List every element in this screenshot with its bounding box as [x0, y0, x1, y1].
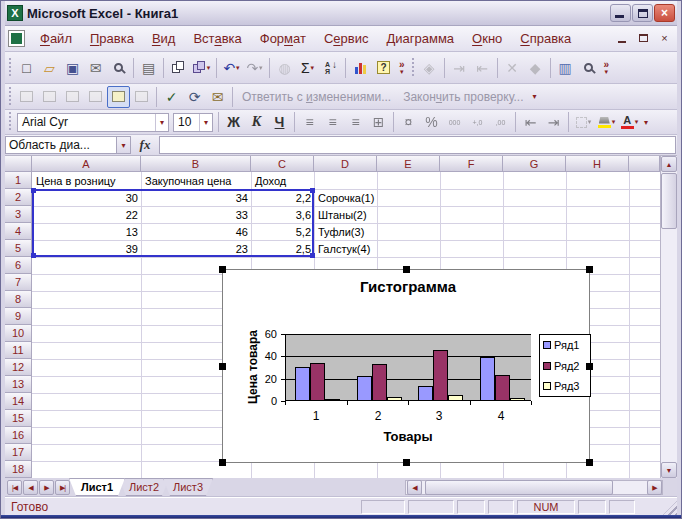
save-icon[interactable]: ▣	[61, 57, 84, 79]
watch-window-icon[interactable]: ▥	[554, 57, 577, 79]
column-header-C[interactable]: C	[251, 156, 314, 172]
align-right-button[interactable]: ≡	[344, 111, 367, 133]
scroll-up-icon[interactable]: ▲	[661, 156, 677, 172]
underline-button[interactable]: Ч	[268, 111, 291, 133]
zoom-icon[interactable]	[577, 57, 600, 79]
chart-title[interactable]: Гистограмма	[285, 278, 531, 295]
chart-resize-handle[interactable]	[586, 266, 593, 273]
bar-Ряд3-cat3[interactable]	[448, 395, 463, 401]
trace-precedents-icon[interactable]: ⇥	[448, 57, 471, 79]
bar-Ряд3-cat2[interactable]	[387, 397, 402, 401]
bar-Ряд2-cat1[interactable]	[310, 363, 325, 401]
menu-format[interactable]: Формат	[251, 28, 315, 49]
sheet-tab-Лист3[interactable]: Лист3	[163, 478, 213, 496]
chart-wizard-icon[interactable]	[349, 57, 372, 79]
undo-icon-dropdown[interactable]: ▾	[236, 64, 240, 72]
thousands-separator-button[interactable]: 000	[443, 111, 466, 133]
help-icon[interactable]: ?	[372, 57, 395, 79]
autosum-icon[interactable]: Σ▾	[296, 57, 319, 79]
cell-C2[interactable]: 2,2	[252, 190, 314, 206]
row-header-2[interactable]: 2	[5, 189, 32, 206]
cell-C4[interactable]: 5,2	[252, 224, 314, 240]
toolbar-options-chevron[interactable]: »▾	[399, 61, 405, 75]
bar-Ряд1-cat3[interactable]	[418, 386, 433, 401]
row-header-17[interactable]: 17	[5, 444, 32, 461]
evaluate-formula-icon[interactable]: ◆	[524, 57, 547, 79]
bar-Ряд2-cat4[interactable]	[495, 375, 510, 401]
bar-Ряд3-cat1[interactable]	[325, 399, 340, 401]
column-header-H[interactable]: H	[566, 156, 629, 172]
toolbar-grip[interactable]	[8, 112, 12, 132]
toolbar-grip[interactable]	[411, 58, 415, 78]
row-header-14[interactable]: 14	[5, 393, 32, 410]
chart-resize-handle[interactable]	[219, 363, 226, 370]
align-left-button[interactable]: ≡	[298, 111, 321, 133]
cell-D5[interactable]: Галстук(4)	[315, 241, 377, 257]
cell-D3[interactable]: Штаны(2)	[315, 207, 377, 223]
menu-view[interactable]: Вид	[143, 28, 185, 49]
bar-Ряд1-cat4[interactable]	[480, 357, 495, 401]
worksheet-grid[interactable]: ГистограммаЦена товара02040601234ТоварыР…	[5, 156, 677, 478]
scroll-down-icon[interactable]: ▼	[661, 462, 677, 478]
cell-A2[interactable]: 30	[33, 190, 141, 206]
font-name-combo-dropdown-icon[interactable]: ▾	[155, 114, 168, 131]
name-box-dropdown-icon[interactable]: ▾	[117, 136, 131, 154]
toolbar-grip[interactable]	[8, 58, 12, 78]
sheet-tab-Лист2[interactable]: Лист2	[119, 478, 169, 496]
paste-icon[interactable]: ▾	[190, 57, 213, 79]
font-color-button-dropdown[interactable]: ▾	[635, 118, 639, 126]
bold-button[interactable]: Ж	[222, 111, 245, 133]
vertical-scrollbar[interactable]: ▲ ▼	[660, 156, 677, 478]
menu-file[interactable]: Файл	[31, 28, 81, 49]
trace-dependents-icon[interactable]: ⇤	[471, 57, 494, 79]
autosum-icon-dropdown[interactable]: ▾	[311, 64, 315, 72]
insert-hyperlink-icon[interactable]: ◍	[273, 57, 296, 79]
chart-resize-handle[interactable]	[586, 459, 593, 466]
increase-indent-button[interactable]: ⇥	[542, 111, 565, 133]
redo-icon[interactable]: ↷▾	[243, 57, 266, 79]
reply-with-changes-button[interactable]: Ответить с изменениями...	[236, 90, 397, 104]
cell-B2[interactable]: 34	[142, 190, 251, 206]
font-name-combo[interactable]: Arial Cyr▾	[17, 113, 169, 132]
menu-help[interactable]: Справка	[511, 28, 580, 49]
maximize-button[interactable]	[632, 4, 653, 22]
row-header-3[interactable]: 3	[5, 206, 32, 223]
formatting-options-arrow[interactable]: ▾	[644, 118, 648, 127]
scroll-left-icon[interactable]: ◀	[407, 480, 422, 495]
cell-D2[interactable]: Сорочка(1)	[315, 190, 377, 206]
cell-A5[interactable]: 39	[33, 241, 141, 257]
show-comment-button[interactable]	[84, 86, 107, 108]
menu-window[interactable]: Окно	[463, 28, 511, 49]
decrease-decimal-button[interactable]: ,00	[489, 111, 512, 133]
column-header-E[interactable]: E	[377, 156, 440, 172]
row-header-10[interactable]: 10	[5, 325, 32, 342]
track-changes-icon[interactable]: ✓	[160, 86, 183, 108]
workbook-icon[interactable]	[8, 30, 25, 47]
horizontal-scroll-thumb[interactable]	[425, 480, 613, 495]
menu-edit[interactable]: Правка	[81, 28, 143, 49]
undo-icon[interactable]: ↶▾	[220, 57, 243, 79]
insert-function-icon[interactable]: fx	[131, 137, 159, 153]
row-header-9[interactable]: 9	[5, 308, 32, 325]
cell-B5[interactable]: 23	[142, 241, 251, 257]
chart-resize-handle[interactable]	[403, 459, 410, 466]
font-size-combo[interactable]: 10▾	[173, 113, 213, 132]
formula-input[interactable]	[159, 136, 676, 154]
doc-close-button[interactable]: ×	[656, 30, 673, 46]
mail-icon[interactable]: ✉	[84, 57, 107, 79]
remove-arrows-icon[interactable]: ✕	[501, 57, 524, 79]
fill-color-button-dropdown[interactable]: ▾	[612, 118, 616, 126]
sort-ascending-icon[interactable]: АЯ↓	[319, 57, 342, 79]
font-color-button[interactable]: А▾	[618, 111, 641, 133]
column-header-A[interactable]: A	[32, 156, 141, 172]
menu-chart[interactable]: Диаграмма	[377, 28, 463, 49]
chart-resize-handle[interactable]	[219, 459, 226, 466]
row-header-1[interactable]: 1	[5, 172, 32, 189]
error-checking-icon[interactable]: ◈	[418, 57, 441, 79]
doc-restore-button[interactable]	[635, 30, 652, 46]
align-center-button[interactable]: ≡	[321, 111, 344, 133]
chart-resize-handle[interactable]	[586, 363, 593, 370]
resize-grip[interactable]	[663, 501, 677, 515]
chart-object[interactable]: ГистограммаЦена товара02040601234ТоварыР…	[222, 269, 590, 463]
chart-resize-handle[interactable]	[219, 266, 226, 273]
